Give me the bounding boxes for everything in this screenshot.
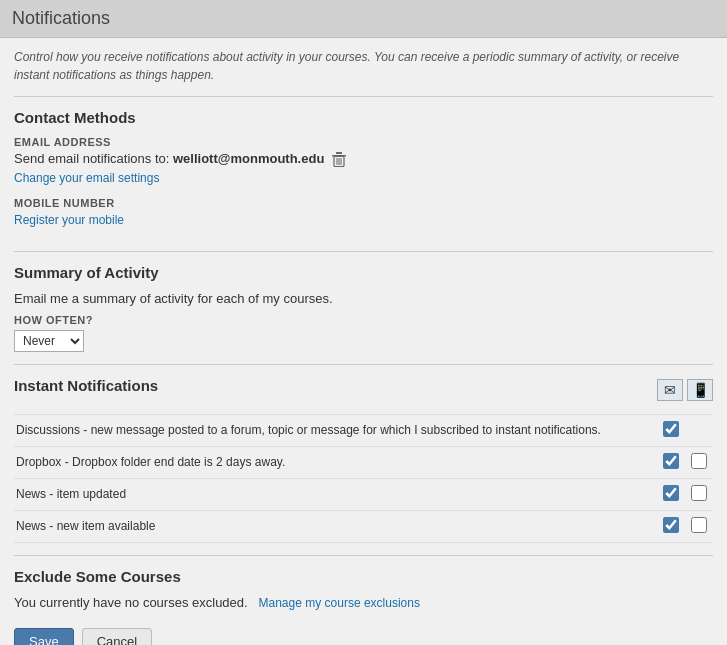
email-block: EMAIL ADDRESS Send email notifications t… bbox=[14, 136, 713, 185]
mobile-checkbox[interactable] bbox=[691, 517, 707, 533]
mobile-icon-glyph: 📱 bbox=[692, 382, 709, 398]
intro-text: Control how you receive notifications ab… bbox=[14, 48, 713, 84]
page-header: Notifications bbox=[0, 0, 727, 38]
notification-text: News - new item available bbox=[14, 510, 657, 542]
summary-title: Summary of Activity bbox=[14, 264, 713, 281]
mobile-checkbox-cell bbox=[685, 414, 713, 446]
email-checkbox[interactable] bbox=[663, 453, 679, 469]
mobile-block: MOBILE NUMBER Register your mobile bbox=[14, 197, 713, 227]
notification-row: News - new item available bbox=[14, 510, 713, 542]
exclude-title: Exclude Some Courses bbox=[14, 568, 713, 585]
exclude-section: Exclude Some Courses You currently have … bbox=[14, 555, 713, 620]
exclude-text: You currently have no courses excluded. … bbox=[14, 595, 713, 610]
email-label: EMAIL ADDRESS bbox=[14, 136, 713, 148]
summary-description: Email me a summary of activity for each … bbox=[14, 291, 713, 306]
page-title: Notifications bbox=[12, 8, 715, 29]
email-checkbox-cell bbox=[657, 446, 685, 478]
instant-notifications-section: Instant Notifications ✉ 📱 Discussions - … bbox=[14, 364, 713, 555]
mobile-checkbox[interactable] bbox=[691, 485, 707, 501]
email-address: welliott@monmouth.edu bbox=[173, 151, 324, 166]
notification-row: Discussions - new message posted to a fo… bbox=[14, 414, 713, 446]
email-description: Send email notifications to: welliott@mo… bbox=[14, 151, 713, 168]
mobile-column-icon: 📱 bbox=[687, 379, 713, 401]
notification-text: Discussions - new message posted to a fo… bbox=[14, 414, 657, 446]
page-content: Control how you receive notifications ab… bbox=[0, 38, 727, 645]
email-checkbox[interactable] bbox=[663, 485, 679, 501]
contact-methods-section: Contact Methods EMAIL ADDRESS Send email… bbox=[14, 96, 713, 251]
save-button[interactable]: Save bbox=[14, 628, 74, 645]
change-email-link[interactable]: Change your email settings bbox=[14, 171, 159, 185]
register-mobile-link[interactable]: Register your mobile bbox=[14, 213, 124, 227]
contact-methods-title: Contact Methods bbox=[14, 109, 713, 126]
mobile-checkbox-cell bbox=[685, 510, 713, 542]
footer-buttons: Save Cancel bbox=[14, 620, 713, 645]
email-checkbox[interactable] bbox=[663, 517, 679, 533]
notification-row: Dropbox - Dropbox folder end date is 2 d… bbox=[14, 446, 713, 478]
instant-icons: ✉ 📱 bbox=[657, 379, 713, 401]
mobile-checkbox-cell bbox=[685, 446, 713, 478]
email-checkbox-cell bbox=[657, 510, 685, 542]
email-icon-glyph: ✉ bbox=[664, 382, 676, 398]
notification-text: Dropbox - Dropbox folder end date is 2 d… bbox=[14, 446, 657, 478]
email-checkbox[interactable] bbox=[663, 421, 679, 437]
how-often-label: HOW OFTEN? bbox=[14, 314, 713, 326]
frequency-select[interactable]: NeverDailyWeekly bbox=[14, 330, 84, 352]
email-desc-text: Send email notifications to: bbox=[14, 151, 169, 166]
notification-row: News - item updated bbox=[14, 478, 713, 510]
email-checkbox-cell bbox=[657, 478, 685, 510]
mobile-checkbox[interactable] bbox=[691, 453, 707, 469]
email-checkbox-cell bbox=[657, 414, 685, 446]
manage-exclusions-link[interactable]: Manage my course exclusions bbox=[259, 596, 420, 610]
mobile-checkbox-cell bbox=[685, 478, 713, 510]
exclude-description: You currently have no courses excluded. bbox=[14, 595, 248, 610]
summary-section: Summary of Activity Email me a summary o… bbox=[14, 251, 713, 364]
svg-rect-1 bbox=[336, 152, 342, 154]
instant-header: Instant Notifications ✉ 📱 bbox=[14, 377, 713, 404]
mobile-label: MOBILE NUMBER bbox=[14, 197, 713, 209]
notification-text: News - item updated bbox=[14, 478, 657, 510]
instant-title: Instant Notifications bbox=[14, 377, 158, 394]
notifications-table: Discussions - new message posted to a fo… bbox=[14, 414, 713, 543]
delete-email-icon[interactable] bbox=[332, 152, 346, 168]
cancel-button[interactable]: Cancel bbox=[82, 628, 152, 645]
email-column-icon: ✉ bbox=[657, 379, 683, 401]
